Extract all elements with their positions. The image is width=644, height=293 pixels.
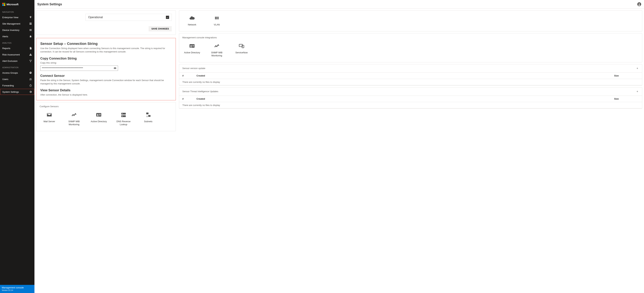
svg-rect-28 — [216, 17, 217, 20]
col-created: Created — [196, 74, 614, 77]
tile-snmp-integration[interactable]: SNMP MIB Monitoring — [205, 41, 228, 59]
badge-icon — [95, 112, 103, 118]
footer-subtitle: Version 22.3.4 — [2, 289, 33, 291]
svg-rect-16 — [99, 115, 101, 115]
sidebar-item-label: Device Inventory — [2, 29, 20, 32]
add-threat-intel-button[interactable]: + — [636, 90, 639, 93]
sidebar: Microsoft NAVIGATION Enterprise View Sit… — [0, 0, 34, 293]
svg-rect-29 — [218, 17, 218, 20]
sidebar-item-reports[interactable]: Reports — [0, 45, 34, 52]
server-icon — [29, 22, 32, 25]
operational-checkbox[interactable] — [166, 16, 169, 19]
sensor-version-title: Sensor version update — [182, 67, 205, 70]
sensor-version-card: Sensor version update + # Created Size T… — [179, 64, 642, 86]
tile-active-directory[interactable]: Active Directory — [87, 110, 110, 128]
svg-point-5 — [30, 72, 32, 74]
sidebar-item-label: Access Groups — [2, 72, 18, 74]
svg-point-25 — [146, 116, 147, 117]
svg-point-8 — [30, 78, 30, 79]
sidebar-item-access-groups[interactable]: Access Groups — [0, 70, 34, 76]
save-changes-button[interactable]: SAVE CHANGES — [148, 26, 172, 32]
tile-label: SNMP MIB Monitoring — [63, 120, 85, 126]
tile-snmp-mib[interactable]: SNMP MIB Monitoring — [62, 110, 86, 128]
copy-string-label: Copy this string: — [40, 62, 172, 64]
top-right-card: Network VLAN — [179, 10, 642, 32]
col-number: # — [182, 98, 196, 100]
sidebar-item-enterprise-view[interactable]: Enterprise View — [0, 14, 34, 20]
tile-label: Subnets — [144, 120, 152, 123]
tile-vlan[interactable]: VLAN — [205, 13, 228, 28]
svg-rect-3 — [30, 30, 32, 30]
svg-rect-21 — [146, 112, 148, 114]
tile-dns-reverse[interactable]: DNS Reverse Lookup — [112, 110, 135, 128]
sidebar-item-forwarding[interactable]: Forwarding — [0, 82, 34, 89]
svg-point-19 — [122, 114, 122, 114]
sidebar-item-alert-exclusion[interactable]: Alert Exclusion — [0, 58, 34, 64]
svg-rect-22 — [148, 115, 150, 117]
table-empty-message: There are currently no files to display — [179, 79, 642, 85]
people-icon — [29, 78, 32, 81]
col-created: Created — [196, 98, 614, 100]
sensor-setup-title: Sensor Setup – Connection String — [40, 42, 172, 46]
svg-rect-0 — [30, 23, 32, 24]
tile-servicenow[interactable]: ServiceNow — [230, 41, 253, 59]
tile-label: Active Directory — [91, 120, 107, 123]
sidebar-item-label: Site Management — [2, 22, 20, 25]
reveal-icon[interactable] — [114, 67, 116, 70]
tile-subnets[interactable]: Subnets — [137, 110, 160, 128]
svg-point-6 — [30, 72, 30, 73]
sidebar-item-risk-assessment[interactable]: Risk Assessment — [0, 52, 34, 58]
vlan-icon — [213, 15, 221, 21]
chart-line-icon — [70, 112, 78, 118]
microsoft-logo-icon — [2, 3, 6, 6]
gear-icon — [29, 90, 32, 94]
svg-point-12 — [639, 3, 640, 4]
sidebar-item-label: Forwarding — [2, 84, 14, 87]
svg-rect-32 — [192, 45, 194, 46]
nav-section-administration: ADMINISTRATION — [0, 64, 34, 70]
sidebar-item-site-management[interactable]: Site Management — [0, 20, 34, 27]
tile-label: Mail Server — [44, 120, 55, 123]
integrations-card: Management console integrations Active D… — [179, 33, 642, 62]
svg-point-7 — [31, 72, 31, 73]
tile-network[interactable]: Network — [180, 13, 204, 28]
sidebar-item-alerts[interactable]: Alerts — [0, 33, 34, 40]
sidebar-item-label: Alert Exclusion — [2, 60, 18, 62]
page-title: System Settings — [37, 2, 62, 6]
bell-icon — [29, 35, 32, 38]
sidebar-item-label: Reports — [2, 47, 10, 50]
view-sensor-title: View Sensor Details — [40, 88, 172, 92]
svg-rect-27 — [215, 17, 216, 20]
connect-sensor-title: Connect Sensor — [40, 74, 172, 78]
connect-sensor-desc: Paste the string in the Sensor, System S… — [40, 79, 172, 86]
user-avatar[interactable] — [637, 2, 641, 6]
tile-mail-server[interactable]: Mail Server — [38, 110, 61, 128]
user-icon — [638, 3, 641, 6]
svg-point-31 — [190, 45, 192, 46]
sidebar-item-label: Risk Assessment — [2, 53, 20, 56]
sidebar-item-users[interactable]: Users — [0, 76, 34, 82]
chart-line-icon — [213, 43, 221, 49]
connection-string-input[interactable] — [42, 67, 114, 70]
integrations-title: Management console integrations — [179, 34, 642, 41]
sidebar-footer[interactable]: Management console Version 22.3.4 — [0, 285, 34, 293]
tile-label: ServiceNow — [235, 51, 248, 54]
sensor-setup-card: Sensor Setup – Connection String Use the… — [36, 38, 176, 100]
map-pin-icon — [29, 16, 32, 19]
add-version-button[interactable]: + — [636, 67, 639, 70]
sidebar-item-system-settings[interactable]: System Settings — [0, 89, 34, 95]
table-header: # Created Size — [179, 72, 642, 79]
subnets-icon — [144, 112, 152, 118]
svg-point-20 — [122, 116, 122, 116]
sidebar-item-label: Users — [2, 78, 8, 80]
nav-section-analysis: ANALYSIS — [0, 40, 34, 45]
tile-ad-integration[interactable]: Active Directory — [180, 41, 204, 59]
sidebar-item-label: Enterprise View — [2, 16, 18, 19]
threat-intel-card: Sensor Threat Intelligence Updates + # C… — [179, 87, 642, 108]
operational-label: Operational — [88, 16, 103, 19]
filter-icon — [29, 59, 32, 62]
sidebar-item-device-inventory[interactable]: Device Inventory — [0, 27, 34, 33]
sidebar-item-label: System Settings — [2, 90, 19, 93]
table-empty-message: There are currently no files to display — [179, 102, 642, 108]
mail-icon — [45, 112, 53, 118]
